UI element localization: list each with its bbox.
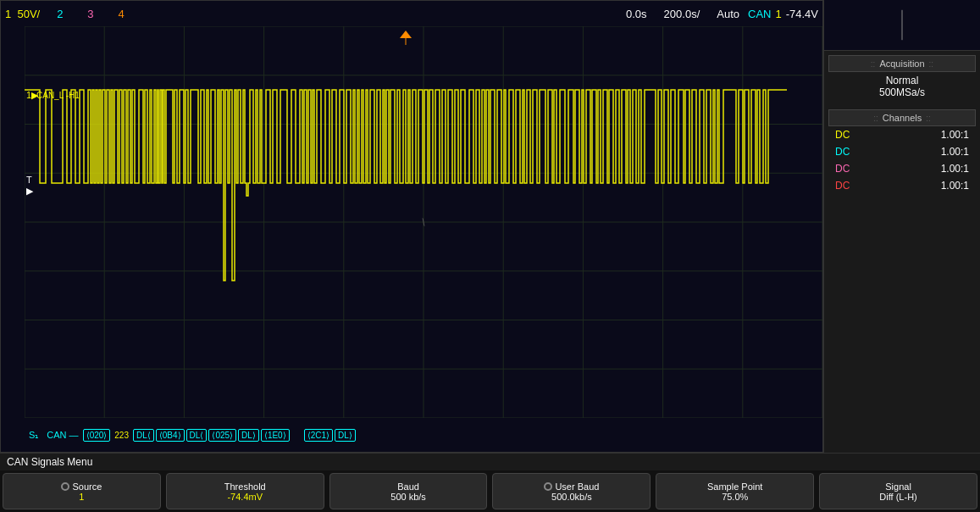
signal-button[interactable]: Signal Diff (L-H) [819,473,977,509]
channels-section: :: Channels :: DC 1.00:1 DC 1.00:1 DC 1.… [824,105,980,453]
trigger-mode: Auto [717,8,739,20]
trigger-value: -74.4V [786,8,818,20]
svg-text:▶: ▶ [26,186,34,196]
acquisition-header: :: Acquisition :: [828,55,976,72]
signal-value: Diff (L-H) [879,492,916,502]
sample-point-label: Sample Point [707,481,762,492]
svg-text:CAN_L -H1: CAN_L -H1 [36,91,80,100]
ch4-label: 4 [118,8,124,20]
waveform-svg: 1▶ CAN_L -H1 T ▶ [25,26,822,418]
right-panel: :: Acquisition :: Normal 500MSa/s :: Cha… [823,0,980,453]
source-radio [61,482,69,491]
frame-0b4: ⟨0B4⟩ [156,429,185,442]
user-baud-radio [544,482,552,491]
sample-point-button[interactable]: Sample Point 75.0% [656,473,814,509]
frame-025: ⟨025⟩ [208,429,236,442]
ch2-label: 2 [57,8,63,20]
user-baud-value: 500.0kb/s [551,492,592,502]
threshold-value: -74.4mV [227,492,263,502]
time-display: 0.0s [626,8,647,20]
mini-waveform [824,0,980,51]
signal-label: Signal [885,481,911,492]
menu-bar: CAN Signals Menu Source 1 Threshold -74.… [0,453,980,512]
source-button[interactable]: Source 1 [3,473,161,509]
trigger-ch: 1 [775,8,781,20]
ch3-label: 3 [87,8,93,20]
decode-s-label: S₁ [29,430,38,441]
decode-protocol: CAN — [47,430,78,440]
frame-020: ⟨020⟩ [83,429,111,442]
ch1-scale: 1 50V/ [5,8,40,20]
frame-dl4: DL⟩ [335,429,356,442]
scope-screen: 1 50V/ 2 3 4 0.0s 200.0s/ Auto CAN 1 -74… [0,0,823,453]
baud-value: 500 kb/s [390,492,426,502]
frame-dl1: DL⟨ [133,429,154,442]
source-label: Source [72,481,102,492]
waveform-area: 1▶ CAN_L -H1 T ▶ [25,26,822,418]
threshold-button[interactable]: Threshold -74.4mV [166,473,324,509]
threshold-label: Threshold [224,481,266,492]
acquisition-info: Normal 500MSa/s [828,72,976,101]
svg-marker-25 [400,31,412,38]
decode-bar: S₁ CAN — ⟨020⟩ 223 DL⟨ ⟨0B4⟩ DL⟨ ⟨025⟩ D… [25,418,822,452]
menu-buttons: Source 1 Threshold -74.4mV Baud 500 kb/s… [0,470,980,512]
channel-row-4: DC 1.00:1 [828,177,976,194]
svg-text:T: T [26,175,32,185]
header-bar: 1 50V/ 2 3 4 0.0s 200.0s/ Auto CAN 1 -74… [1,1,822,26]
frame-1e0: ⟨1E0⟩ [261,429,290,442]
channel-row-2: DC 1.00:1 [828,143,976,160]
acquisition-section: :: Acquisition :: Normal 500MSa/s [824,51,980,105]
channel-row-1: DC 1.00:1 [828,126,976,143]
frame-dl3: DL⟩ [238,429,259,442]
user-baud-label: User Baud [555,481,599,492]
timebase-display: 200.0s/ [664,8,700,20]
sample-point-value: 75.0% [722,492,748,502]
channels-header: :: Channels :: [828,109,976,126]
frame-dl2: DL⟨ [186,429,208,442]
source-value: 1 [79,492,84,502]
baud-button[interactable]: Baud 500 kb/s [329,473,488,509]
channel-row-3: DC 1.00:1 [828,160,976,177]
baud-label: Baud [397,481,419,492]
menu-title: CAN Signals Menu [0,454,980,470]
user-baud-button[interactable]: User Baud 500.0kb/s [492,473,651,509]
protocol-label: CAN [748,8,771,20]
frame-2c1: ⟨2C1⟩ [304,429,333,442]
frame-223: 223 [112,430,131,441]
